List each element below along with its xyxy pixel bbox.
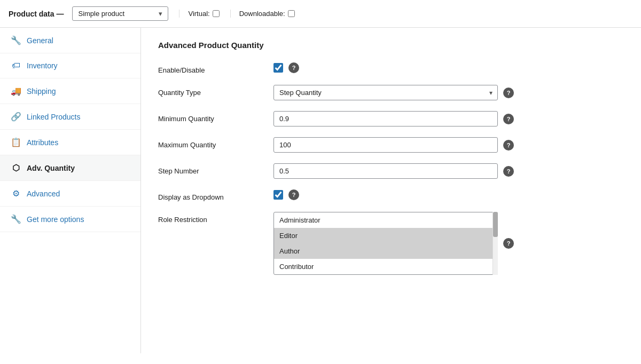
list-item-administrator[interactable]: Administrator xyxy=(274,212,497,228)
link-icon: 🔗 xyxy=(11,112,21,122)
minimum-quantity-label: Minimum Quantity xyxy=(158,111,265,123)
display-dropdown-checkbox[interactable] xyxy=(273,190,283,200)
truck-icon: 🚚 xyxy=(11,86,21,96)
sidebar-item-attributes[interactable]: 📋 Attributes xyxy=(0,130,140,155)
enable-disable-help-icon[interactable]: ? xyxy=(288,62,299,73)
sidebar-item-general[interactable]: 🔧 General xyxy=(0,28,140,53)
plugin-icon: 🔧 xyxy=(11,214,21,224)
maximum-quantity-help-icon[interactable]: ? xyxy=(503,140,514,151)
wrench-icon: 🔧 xyxy=(11,35,21,45)
sidebar-item-label-adv-quantity: Adv. Quantity xyxy=(27,164,75,172)
sidebar-item-label-inventory: Inventory xyxy=(27,61,58,70)
display-dropdown-help-icon[interactable]: ? xyxy=(288,189,299,200)
display-dropdown-controls: ? xyxy=(273,189,624,200)
sidebar-item-label-advanced: Advanced xyxy=(27,189,60,198)
downloadable-label: Downloadable: xyxy=(239,10,285,18)
sidebar-item-inventory[interactable]: 🏷 Inventory xyxy=(0,53,140,78)
quantity-type-help-icon[interactable]: ? xyxy=(503,88,514,98)
sidebar-item-label-attributes: Attributes xyxy=(27,138,58,147)
downloadable-checkbox[interactable] xyxy=(288,10,295,17)
virtual-option: Virtual: xyxy=(179,10,219,18)
section-title: Advanced Product Quantity xyxy=(158,41,624,50)
downloadable-option: Downloadable: xyxy=(230,10,295,18)
quantity-type-row: Quantity Type Step Quantity Fixed Quanti… xyxy=(158,85,624,100)
main-layout: 🔧 General 🏷 Inventory 🚚 Shipping 🔗 Linke… xyxy=(0,28,641,353)
list-item-editor[interactable]: Editor xyxy=(274,228,497,243)
sidebar-item-advanced[interactable]: ⚙ Advanced xyxy=(0,181,140,207)
sidebar-item-label-get-more-options: Get more options xyxy=(27,215,84,224)
step-number-controls: ? xyxy=(273,163,624,179)
maximum-quantity-input[interactable] xyxy=(273,137,498,153)
list-icon: 📋 xyxy=(11,137,21,147)
step-number-input[interactable] xyxy=(273,163,498,179)
maximum-quantity-controls: ? xyxy=(273,137,624,153)
display-dropdown-row: Display as Dropdown ? xyxy=(158,189,624,201)
enable-disable-controls: ? xyxy=(273,62,624,73)
enable-disable-label: Enable/Disable xyxy=(158,62,265,74)
hexagon-icon: ⬡ xyxy=(11,163,21,173)
quantity-type-select-wrapper: Step Quantity Fixed Quantity Decimal Qua… xyxy=(273,85,498,100)
minimum-quantity-row: Minimum Quantity ? xyxy=(158,111,624,126)
sidebar-item-get-more-options[interactable]: 🔧 Get more options xyxy=(0,207,140,232)
list-item-author[interactable]: Author xyxy=(274,243,497,259)
tag-icon: 🏷 xyxy=(11,61,21,70)
sidebar-item-adv-quantity[interactable]: ⬡ Adv. Quantity xyxy=(0,155,140,181)
step-number-row: Step Number ? xyxy=(158,163,624,179)
role-restriction-multiselect-wrapper: Administrator Editor Author Contributor xyxy=(273,212,498,275)
sidebar-item-shipping[interactable]: 🚚 Shipping xyxy=(0,78,140,104)
virtual-checkbox[interactable] xyxy=(213,10,220,17)
role-restriction-controls: Administrator Editor Author Contributor … xyxy=(273,212,624,275)
product-data-header: Product data — Simple product ▾ Virtual:… xyxy=(0,0,641,28)
role-restriction-scrollbar[interactable] xyxy=(493,212,498,275)
role-restriction-help-icon[interactable]: ? xyxy=(503,238,514,249)
minimum-quantity-controls: ? xyxy=(273,111,624,126)
quantity-type-select[interactable]: Step Quantity Fixed Quantity Decimal Qua… xyxy=(273,85,498,100)
product-type-chevron-icon: ▾ xyxy=(159,10,162,18)
step-number-label: Step Number xyxy=(158,163,265,175)
sidebar-item-linked-products[interactable]: 🔗 Linked Products xyxy=(0,104,140,130)
minimum-quantity-input[interactable] xyxy=(273,111,498,126)
maximum-quantity-label: Maximum Quantity xyxy=(158,137,265,149)
product-type-value: Simple product xyxy=(78,10,154,18)
sidebar-item-label-general: General xyxy=(27,36,53,45)
role-restriction-list[interactable]: Administrator Editor Author Contributor xyxy=(273,212,498,275)
enable-disable-checkbox[interactable] xyxy=(273,63,283,73)
product-type-select[interactable]: Simple product ▾ xyxy=(72,6,168,21)
display-dropdown-label: Display as Dropdown xyxy=(158,189,265,201)
role-restriction-row: Role Restriction Administrator Editor Au… xyxy=(158,212,624,275)
sidebar-item-label-shipping: Shipping xyxy=(27,87,56,96)
role-restriction-label: Role Restriction xyxy=(158,212,265,224)
scrollbar-thumb xyxy=(493,212,498,237)
minimum-quantity-help-icon[interactable]: ? xyxy=(503,114,514,124)
virtual-label: Virtual: xyxy=(188,10,209,18)
list-item-contributor[interactable]: Contributor xyxy=(274,259,497,274)
quantity-type-label: Quantity Type xyxy=(158,85,265,97)
enable-disable-row: Enable/Disable ? xyxy=(158,62,624,74)
quantity-type-controls: Step Quantity Fixed Quantity Decimal Qua… xyxy=(273,85,624,100)
sidebar: 🔧 General 🏷 Inventory 🚚 Shipping 🔗 Linke… xyxy=(0,28,141,353)
content-area: Advanced Product Quantity Enable/Disable… xyxy=(141,28,641,353)
step-number-help-icon[interactable]: ? xyxy=(503,166,514,177)
sidebar-item-label-linked-products: Linked Products xyxy=(27,113,80,121)
product-data-label: Product data — xyxy=(9,10,64,18)
maximum-quantity-row: Maximum Quantity ? xyxy=(158,137,624,153)
gear-icon: ⚙ xyxy=(11,188,21,199)
